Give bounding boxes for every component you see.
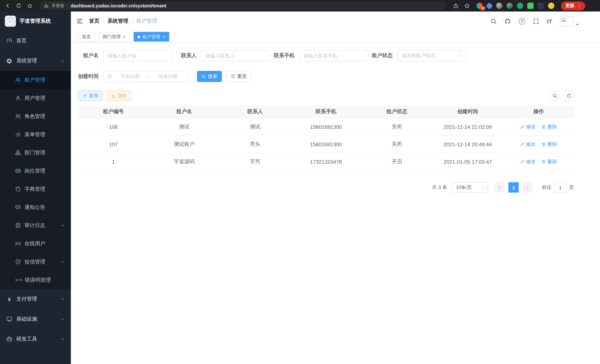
monitor-icon	[6, 316, 12, 322]
calendar-icon	[107, 74, 112, 79]
sidebar-item-notice[interactable]: 通知公告	[0, 198, 71, 216]
page-number-button[interactable]: 1	[508, 182, 519, 193]
edit-link[interactable]: 修改	[520, 141, 536, 148]
sidebar-item-home[interactable]: 首页	[0, 31, 71, 51]
share-icon[interactable]	[451, 1, 460, 10]
cell-tenant-id: 1	[78, 159, 149, 165]
export-button[interactable]: 导出	[106, 91, 131, 101]
tab-dept[interactable]: 部门管理 ×	[99, 32, 130, 42]
sidebar-item-role[interactable]: 角色管理	[0, 107, 71, 125]
sidebar-item-audit-log[interactable]: 审计日志	[0, 216, 71, 234]
github-icon[interactable]	[505, 18, 511, 24]
create-time-label: 创建时间	[78, 73, 99, 80]
sidebar-item-payment[interactable]: ¥ 支付管理	[0, 289, 71, 309]
extension-icon[interactable]	[506, 3, 513, 9]
sidebar-item-infra[interactable]: 基础设施	[0, 309, 71, 329]
delete-link[interactable]: 删除	[542, 123, 557, 130]
column-phone: 联系手机	[291, 108, 361, 115]
help-icon[interactable]: ?	[519, 18, 525, 24]
chevron-up-icon	[60, 59, 65, 63]
search-icon[interactable]	[490, 18, 497, 24]
sidebar-item-user[interactable]: 用户管理	[0, 89, 71, 107]
reload-button[interactable]	[14, 1, 23, 10]
next-page-button[interactable]	[523, 182, 533, 193]
tab-tenant[interactable]: 租户管理 ×	[133, 32, 169, 42]
cell-status: 关闭	[361, 123, 432, 130]
fullscreen-icon[interactable]	[533, 18, 539, 24]
extension-icon[interactable]	[517, 3, 523, 9]
filter-phone: 联系手机	[274, 50, 368, 61]
filter-tenant-name: 租户名	[78, 50, 172, 61]
url-text[interactable]: dashboard.yudao.iocoder.cn/system/tenant	[71, 3, 166, 8]
contact-input[interactable]	[201, 50, 270, 61]
refresh-table-button[interactable]	[564, 91, 574, 101]
extensions-area: 10	[473, 3, 557, 9]
user-menu[interactable]	[560, 16, 579, 26]
address-bar[interactable]: 不安全 dashboard.yudao.iocoder.cn/system/te…	[39, 1, 446, 10]
breadcrumb-home[interactable]: 首页	[89, 18, 99, 25]
online-signal-icon	[15, 241, 21, 246]
logo-avatar	[5, 16, 16, 27]
update-button[interactable]: 更新 ⋮	[561, 1, 585, 10]
chevron-down-icon	[60, 297, 65, 301]
back-button[interactable]	[3, 1, 12, 10]
goto-page-input[interactable]	[554, 182, 566, 193]
sidebar-item-dept[interactable]: 部门管理	[0, 144, 71, 162]
extension-icon[interactable]	[527, 3, 534, 9]
extension-icon[interactable]	[486, 2, 493, 9]
avatar[interactable]	[560, 16, 574, 26]
delete-link[interactable]: 删除	[542, 141, 557, 148]
delete-link[interactable]: 删除	[542, 159, 557, 165]
caret-down-icon[interactable]	[575, 22, 579, 26]
page-size-select[interactable]: 10条/页	[452, 182, 488, 193]
cell-contact: 测试	[220, 123, 291, 130]
security-warning-icon[interactable]	[44, 3, 49, 8]
extension-icon[interactable]: 10	[477, 3, 483, 9]
close-icon[interactable]: ×	[162, 34, 165, 39]
profile-avatar-icon[interactable]	[548, 3, 554, 9]
cell-tenant-name: 芋道源码	[149, 159, 220, 165]
breadcrumb-separator: /	[131, 18, 133, 24]
sidebar-item-online-users[interactable]: 在线用户	[0, 234, 71, 253]
bookmark-star-icon[interactable]	[462, 1, 471, 10]
edit-link[interactable]: 修改	[520, 123, 536, 130]
font-size-icon[interactable]: tT	[547, 18, 552, 24]
sidebar-item-system[interactable]: 系统管理	[0, 51, 71, 71]
start-date-placeholder[interactable]: 开始日期	[113, 73, 147, 80]
phone-input[interactable]	[299, 50, 368, 61]
extension-icon[interactable]	[496, 3, 502, 9]
security-label[interactable]: 不安全	[52, 3, 64, 9]
edit-link[interactable]: 修改	[520, 159, 536, 165]
tab-home[interactable]: 首页	[78, 32, 95, 42]
breadcrumb-section[interactable]: 系统管理	[107, 18, 128, 25]
table-row: 107 测试租户 秃头 15601691300 关闭 2021-12-14 20…	[78, 136, 574, 153]
table-tools	[550, 91, 574, 101]
cell-phone: 15601691300	[291, 141, 361, 147]
reset-button[interactable]: 重置	[226, 71, 251, 82]
sidebar-item-post[interactable]: 岗位管理	[0, 162, 71, 180]
date-range-picker[interactable]: 开始日期 - 结束日期	[103, 71, 188, 82]
close-icon[interactable]: ×	[123, 34, 126, 39]
breadcrumb: 首页 / 系统管理 / 租户管理	[89, 18, 157, 25]
tenant-name-input[interactable]	[103, 50, 172, 61]
prev-page-button[interactable]	[494, 182, 505, 193]
add-button[interactable]: 新增	[78, 91, 103, 101]
sidebar-item-menu[interactable]: 菜单管理	[0, 125, 71, 144]
search-button[interactable]: 搜索	[197, 71, 222, 82]
browser-home-button[interactable]	[25, 1, 34, 10]
extensions-puzzle-icon[interactable]	[538, 3, 544, 9]
sidebar-item-tenant[interactable]: 租户管理	[0, 71, 71, 89]
sidebar-item-sms[interactable]: 短信管理	[0, 253, 71, 271]
filter-row-2: 创建时间 开始日期 - 结束日期 搜索 重置	[78, 71, 600, 82]
tenant-table: 租户编号 租户名 联系人 联系手机 租户状态 创建时间 操作 108 测试 测试	[78, 105, 574, 171]
sidebar-item-error-code[interactable]: </> 错误码管理	[0, 271, 71, 289]
browser-menu-icon[interactable]: ⋮	[577, 3, 582, 9]
end-date-placeholder[interactable]: 结束日期	[151, 73, 184, 80]
toggle-search-button[interactable]	[550, 91, 560, 101]
status-select[interactable]: 请选择租户状态	[397, 50, 466, 61]
sidebar-item-dict[interactable]: 字典管理	[0, 180, 71, 198]
sidebar-item-devtools[interactable]: 研发工具	[0, 329, 71, 349]
sidebar-toggle[interactable]	[76, 18, 83, 25]
app-logo[interactable]: 芋道管理系统	[0, 11, 71, 31]
contact-label: 联系人	[176, 52, 197, 59]
